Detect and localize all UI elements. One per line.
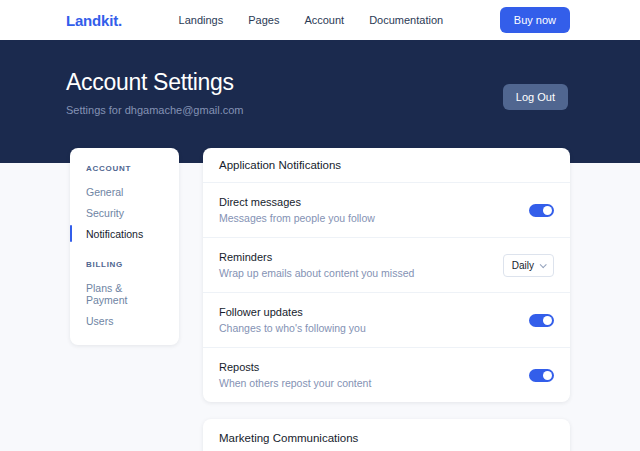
sidebar-item-security[interactable]: Security xyxy=(70,202,179,223)
content-area: ACCOUNT General Security Notifications B… xyxy=(70,148,570,451)
settings-main-column: Application Notifications Direct message… xyxy=(203,148,570,451)
sidebar-section-header-billing: BILLING xyxy=(70,260,179,269)
follower-updates-toggle[interactable] xyxy=(529,314,554,327)
setting-text: Reposts When others repost your content xyxy=(219,361,371,389)
selected-option-label: Daily xyxy=(512,260,534,271)
reposts-toggle[interactable] xyxy=(529,369,554,382)
sidebar-section-header-account: ACCOUNT xyxy=(70,164,179,173)
setting-row-direct-messages: Direct messages Messages from people you… xyxy=(203,183,570,238)
setting-title: Follower updates xyxy=(219,306,366,318)
panel-title: Marketing Communications xyxy=(203,419,570,451)
buy-now-button[interactable]: Buy now xyxy=(500,7,570,33)
setting-description: Wrap up emails about content you missed xyxy=(219,267,414,279)
panel-application-notifications: Application Notifications Direct message… xyxy=(203,148,570,402)
hero-banner: Account Settings Settings for dhgamache@… xyxy=(0,40,640,163)
setting-text: Reminders Wrap up emails about content y… xyxy=(219,251,414,279)
sidebar-section-account: ACCOUNT General Security Notifications xyxy=(70,164,179,244)
setting-title: Reposts xyxy=(219,361,371,373)
sidebar-item-plans-payment[interactable]: Plans & Payment xyxy=(70,277,179,310)
settings-sidebar: ACCOUNT General Security Notifications B… xyxy=(70,148,179,345)
setting-description: Messages from people you follow xyxy=(219,212,375,224)
sidebar-item-notifications[interactable]: Notifications xyxy=(70,223,179,244)
nav-link-documentation[interactable]: Documentation xyxy=(369,14,443,26)
brand-logo[interactable]: Landkit. xyxy=(66,12,122,29)
nav-link-account[interactable]: Account xyxy=(304,14,344,26)
toggle-knob xyxy=(543,371,552,380)
setting-text: Direct messages Messages from people you… xyxy=(219,196,375,224)
setting-title: Direct messages xyxy=(219,196,375,208)
setting-row-reposts: Reposts When others repost your content xyxy=(203,348,570,402)
setting-description: Changes to who's following you xyxy=(219,322,366,334)
page-subtitle: Settings for dhgamache@gmail.com xyxy=(66,104,243,116)
setting-row-follower-updates: Follower updates Changes to who's follow… xyxy=(203,293,570,348)
setting-title: Reminders xyxy=(219,251,414,263)
toggle-knob xyxy=(543,206,552,215)
nav-link-pages[interactable]: Pages xyxy=(248,14,279,26)
nav-links: Landings Pages Account Documentation xyxy=(122,14,500,26)
reminders-frequency-select[interactable]: Daily xyxy=(503,254,554,277)
setting-description: When others repost your content xyxy=(219,377,371,389)
panel-title: Application Notifications xyxy=(203,148,570,183)
hero-text: Account Settings Settings for dhgamache@… xyxy=(66,40,243,116)
panel-marketing-communications: Marketing Communications xyxy=(203,419,570,451)
sidebar-item-users[interactable]: Users xyxy=(70,310,179,331)
direct-messages-toggle[interactable] xyxy=(529,204,554,217)
sidebar-item-general[interactable]: General xyxy=(70,181,179,202)
sidebar-section-billing: BILLING Plans & Payment Users xyxy=(70,260,179,331)
chevron-down-icon xyxy=(540,261,547,268)
nav-link-landings[interactable]: Landings xyxy=(179,14,224,26)
setting-row-reminders: Reminders Wrap up emails about content y… xyxy=(203,238,570,293)
setting-text: Follower updates Changes to who's follow… xyxy=(219,306,366,334)
logout-button[interactable]: Log Out xyxy=(503,84,568,110)
toggle-knob xyxy=(543,316,552,325)
navbar: Landkit. Landings Pages Account Document… xyxy=(0,0,640,40)
page-title: Account Settings xyxy=(66,69,243,96)
